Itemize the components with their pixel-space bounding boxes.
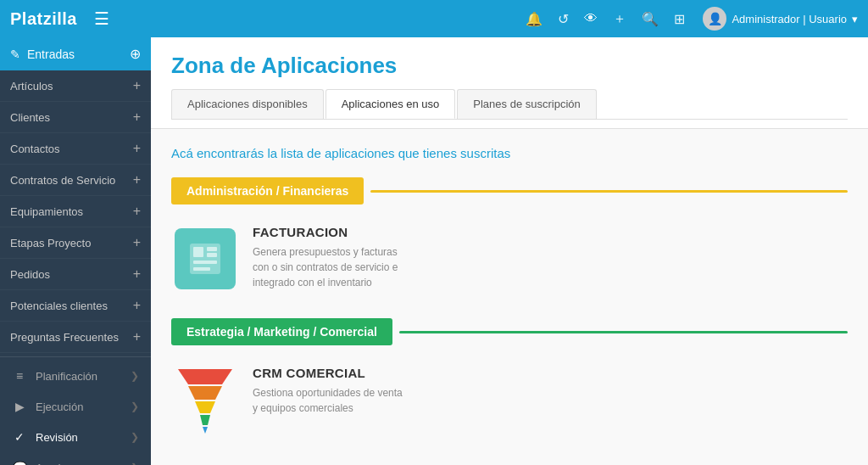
ejecucion-chevron-icon: ❯ [131,401,139,412]
contactos-plus-icon[interactable]: + [133,141,141,156]
contratos-plus-icon[interactable]: + [133,172,141,188]
category-financieras-label: Administración / Financieras [171,177,364,204]
crm-info: CRM COMERCIAL Gestiona oportunidades de … [253,366,405,416]
facturacion-desc: Genera presupuestos y facturas con o sin… [253,244,405,290]
svg-rect-5 [193,267,210,271]
facturacion-svg [186,240,224,277]
eye-icon[interactable]: 👁 [584,11,598,26]
crm-icon-wrap [171,366,239,434]
crm-funnel-icon [175,369,236,430]
sidebar-item-equipamientos[interactable]: Equipamientos + [0,196,151,227]
etapas-plus-icon[interactable]: + [133,235,141,250]
user-menu[interactable]: 👤 Administrador | Usuario ▾ [703,7,858,31]
sidebar-item-contactos[interactable]: Contactos + [0,133,151,165]
ejecucion-icon: ▶ [12,400,27,413]
topbar: Platzilla ☰ 🔔 ↺ 👁 ＋ 🔍 ⊞ 👤 Administrador … [0,0,868,37]
user-chevron-icon: ▾ [852,13,858,25]
svg-rect-2 [207,247,217,251]
equipamientos-plus-icon[interactable]: + [133,204,141,219]
page-title: Zona de Aplicaciones [171,53,848,79]
svg-marker-9 [200,415,210,425]
app-card-facturacion: FACTURACION Genera presupuestos y factur… [171,218,848,300]
sidebar-header-plus-icon[interactable]: ⊕ [130,46,141,62]
category-financieras-header: Administración / Financieras [171,177,848,204]
sidebar-header[interactable]: ✎ Entradas ⊕ [0,37,151,70]
planificacion-chevron-icon: ❯ [131,370,139,382]
tab-en-uso[interactable]: Aplicaciones en uso [326,89,456,119]
crm-svg [175,366,236,434]
tabs: Aplicaciones disponibles Aplicaciones en… [171,89,848,119]
category-comercial-line [399,331,848,333]
edit-icon: ✎ [10,48,20,61]
pedidos-plus-icon[interactable]: + [133,266,141,282]
subtitle: Acá encontrarás la lista de aplicaciones… [171,146,848,160]
category-comercial: Estrategia / Marketing / Comercial [171,318,848,440]
sidebar-item-clientes[interactable]: Clientes + [0,102,151,133]
preguntas-plus-icon[interactable]: + [133,329,141,345]
tab-disponibles[interactable]: Aplicaciones disponibles [171,89,324,119]
svg-marker-7 [188,386,222,400]
facturacion-name: FACTURACION [253,225,405,239]
svg-rect-1 [193,247,203,257]
articulos-plus-icon[interactable]: + [133,78,141,93]
sidebar-item-etapas[interactable]: Etapas Proyecto + [0,227,151,259]
sidebar-nav-ejecucion[interactable]: ▶ Ejecución ❯ [0,391,151,422]
logo: Platzilla [10,9,77,29]
svg-marker-8 [195,401,215,413]
user-label: Administrador | Usuario [732,13,847,25]
crm-name: CRM COMERCIAL [253,366,405,380]
search-icon[interactable]: 🔍 [642,11,659,27]
facturacion-icon [175,228,236,289]
svg-rect-4 [193,261,217,264]
facturacion-icon-wrap [171,225,239,293]
bell-icon[interactable]: 🔔 [526,11,542,27]
sidebar-nav-ayuda[interactable]: 💬 Ayuda ❯ [0,452,151,465]
facturacion-info: FACTURACION Genera presupuestos y factur… [253,225,405,290]
clientes-plus-icon[interactable]: + [133,109,141,125]
sidebar-item-articulos[interactable]: Artículos + [0,70,151,102]
sidebar: ✎ Entradas ⊕ Artículos + Clientes + Cont… [0,37,151,465]
category-financieras-line [370,190,848,193]
hamburger-icon[interactable]: ☰ [94,8,109,29]
sidebar-item-preguntas[interactable]: Preguntas Frecuentes + [0,322,151,353]
tab-planes[interactable]: Planes de suscripción [457,89,596,119]
plus-icon[interactable]: ＋ [613,10,626,28]
main-content: Acá encontrarás la lista de aplicaciones… [151,129,868,465]
sidebar-item-potenciales[interactable]: Potenciales clientes + [0,290,151,322]
svg-rect-3 [207,253,217,257]
sidebar-item-contratos[interactable]: Contratos de Servicio + [0,165,151,196]
sidebar-nav-revision[interactable]: ✓ Revisión ❯ [0,422,151,452]
app-card-crm: CRM COMERCIAL Gestiona oportunidades de … [171,359,848,440]
history-icon[interactable]: ↺ [558,11,569,27]
svg-marker-10 [203,427,208,434]
category-comercial-header: Estrategia / Marketing / Comercial [171,318,848,345]
svg-marker-6 [178,369,232,384]
revision-icon: ✓ [12,430,27,444]
main-header: Zona de Aplicaciones Aplicaciones dispon… [151,37,868,129]
ayuda-chevron-icon: ❯ [131,462,139,465]
sidebar-item-pedidos[interactable]: Pedidos + [0,259,151,290]
potenciales-plus-icon[interactable]: + [133,298,141,313]
main-area: Zona de Aplicaciones Aplicaciones dispon… [151,37,868,465]
grid-icon[interactable]: ⊞ [674,11,685,27]
category-financieras: Administración / Financieras [171,177,848,300]
ayuda-icon: 💬 [12,461,27,465]
avatar: 👤 [703,7,726,31]
sidebar-header-label: Entradas [27,48,123,61]
crm-desc: Gestiona oportunidades de venta y equipo… [253,385,405,416]
planificacion-icon: ≡ [12,369,27,383]
revision-chevron-icon: ❯ [131,431,139,443]
sidebar-nav-planificacion[interactable]: ≡ Planificación ❯ [0,361,151,391]
category-comercial-label: Estrategia / Marketing / Comercial [171,318,392,345]
